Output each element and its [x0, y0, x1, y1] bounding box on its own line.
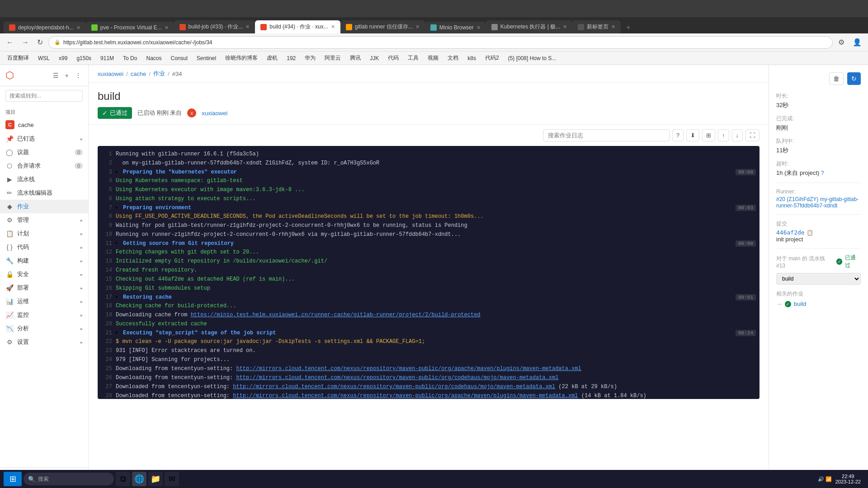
breadcrumb-xuxiaowei[interactable]: xuxiaowei	[98, 70, 123, 77]
sidebar-item-analytics[interactable]: 📉 分析 ▸	[0, 322, 88, 335]
taskbar-search[interactable]: 🔍 搜索	[24, 473, 114, 485]
sidebar-item-jobs[interactable]: ◆ 作业	[0, 200, 88, 213]
log-download-btn[interactable]: ⬇	[686, 129, 699, 141]
runner-link[interactable]: #20 (Z1GihFdZY) my-gitlab-gitlab-runner-…	[776, 196, 861, 209]
start-button[interactable]: ⊞	[4, 472, 22, 486]
sidebar-item-deploy[interactable]: 🚀 部署 ▸	[0, 281, 88, 295]
sidebar-item-security[interactable]: 🔒 安全 ▸	[0, 267, 88, 281]
sidebar-item-pipeline[interactable]: ▶ 流水线	[0, 173, 88, 186]
log-raw-btn[interactable]: ⊞	[702, 129, 715, 141]
bookmark-jjk[interactable]: JJK	[366, 54, 382, 63]
log-link[interactable]: http://mirrors.cloud.tencent.com/nexus/r…	[236, 375, 558, 381]
bookmark-sentinel[interactable]: Sentinel	[193, 54, 220, 63]
sidebar-item-mr[interactable]: ⬡ 合并请求 0	[0, 159, 88, 173]
bookmark-video[interactable]: 视频	[424, 53, 442, 63]
bookmark-code2[interactable]: 代码2	[481, 53, 503, 63]
tab-1[interactable]: deploy/dependabot-h... ✕	[4, 22, 86, 33]
tab-close-2[interactable]: ✕	[165, 25, 169, 31]
bookmark-baidu-fanyi[interactable]: 百度翻译	[4, 53, 33, 63]
sidebar-item-plan[interactable]: 📋 计划 ▸	[0, 227, 88, 240]
forward-button[interactable]: →	[19, 37, 32, 48]
sidebar-search-input[interactable]	[5, 90, 83, 102]
tab-close-5[interactable]: ✕	[415, 24, 420, 30]
copy-commit-btn[interactable]: 📋	[807, 230, 813, 236]
taskbar-mail[interactable]: ✉	[165, 472, 179, 486]
log-scroll-bottom-btn[interactable]: ↓	[732, 129, 743, 141]
log-scroll-top-btn[interactable]: ↑	[718, 129, 729, 141]
tab-3[interactable]: build-job (#33) · 作业... ✕	[174, 20, 255, 33]
tab-close-4[interactable]: ✕	[331, 24, 335, 30]
tab-close-6[interactable]: ✕	[476, 25, 481, 31]
tab-close-1[interactable]: ✕	[76, 25, 80, 31]
log-section-21[interactable]: 21 ▾ Executing "step_script" stage of th…	[98, 328, 760, 337]
tab-close-8[interactable]: ✕	[611, 24, 615, 30]
log-link[interactable]: http://mirrors.cloud.tencent.com/nexus/r…	[233, 384, 555, 390]
bookmark-docs[interactable]: 文档	[444, 53, 462, 63]
tab-5[interactable]: gitlab runner 信任缓存... ✕	[340, 20, 425, 33]
bookmark-x99[interactable]: x99	[55, 54, 71, 63]
bookmark-tencent[interactable]: 腾讯	[346, 53, 364, 63]
taskbar-explorer[interactable]: 📁	[148, 472, 163, 486]
log-help-btn[interactable]: ?	[672, 129, 684, 141]
bookmark-blog[interactable]: 徐晓伟的博客	[222, 53, 261, 63]
sidebar-item-settings[interactable]: ⚙ 设置 ▸	[0, 335, 88, 349]
sidebar-project-item[interactable]: C cache	[0, 117, 88, 132]
bookmark-wsl[interactable]: WSL	[34, 54, 53, 63]
profile-button[interactable]: 👤	[850, 36, 864, 48]
sidebar-item-code[interactable]: { } 代码 ▸	[0, 240, 88, 254]
log-content[interactable]: 1 Running with gitlab-runner 16.6.1 (f5d…	[98, 146, 760, 399]
tab-4[interactable]: build (#34) · 作业 · xux... ✕	[255, 20, 340, 33]
reload-button[interactable]: ↻	[34, 36, 46, 48]
log-link[interactable]: http://mirrors.cloud.tencent.com/nexus/r…	[236, 366, 581, 372]
breadcrumb-cache[interactable]: cache	[131, 70, 146, 77]
timeout-help-btn[interactable]: ?	[821, 170, 824, 176]
sidebar-new-btn[interactable]: +	[64, 70, 70, 80]
related-job-link[interactable]: build	[794, 300, 806, 307]
retry-job-btn[interactable]: ↻	[847, 72, 861, 85]
log-link[interactable]: http://mirrors.cloud.tencent.com/nexus/r…	[233, 393, 578, 399]
tab-8[interactable]: 新标签页 ✕	[572, 20, 621, 33]
taskbar-task-view[interactable]: ⧉	[116, 472, 130, 486]
commit-hash-link[interactable]: 446af2de	[776, 229, 805, 236]
sidebar-item-monitor[interactable]: 📈 监控 ▸	[0, 308, 88, 322]
log-section-11[interactable]: 11 ▾ Getting source from Git repository …	[98, 239, 760, 248]
bookmark-911m[interactable]: 911M	[97, 54, 118, 63]
bookmark-consul[interactable]: Consul	[167, 54, 191, 63]
tab-6[interactable]: Minio Browser ✕	[425, 22, 486, 33]
log-search-input[interactable]	[543, 129, 670, 141]
new-tab-button[interactable]: +	[623, 22, 634, 33]
tab-2[interactable]: pve - Proxmox Virtual E... ✕	[86, 22, 174, 33]
bookmark-huawei[interactable]: 华为	[301, 53, 319, 63]
sidebar-item-pipeline-editor[interactable]: ✏ 流水线编辑器	[0, 186, 88, 200]
log-section-7[interactable]: 7 ▾ Preparing environment 00:03	[98, 203, 760, 212]
author-name[interactable]: xuxiaowei	[202, 110, 227, 117]
sidebar-item-issues[interactable]: ◯ 议题 0	[0, 145, 88, 159]
sidebar-item-build[interactable]: 🔧 构建 ▸	[0, 254, 88, 267]
bookmark-vm[interactable]: 虚机	[263, 53, 281, 63]
log-section-17[interactable]: 17 ▾ Restoring cache 00:01	[98, 293, 760, 301]
log-section-3[interactable]: 3 ▾ Preparing the "kubernetes" executor …	[98, 168, 760, 176]
bookmark-nacos[interactable]: Nacos	[142, 54, 165, 63]
log-link[interactable]: https://minio.test.helm.xuxiaowei.cn/run…	[191, 312, 481, 318]
bookmark-192[interactable]: 192	[283, 54, 299, 63]
sidebar-toggle-btn[interactable]: ☰	[52, 70, 60, 80]
tab-7[interactable]: Kubernetes 执行器 | 极... ✕	[486, 20, 573, 33]
bookmark-todo[interactable]: To Do	[119, 54, 141, 63]
bookmark-g150s[interactable]: g150s	[73, 54, 95, 63]
tab-close-7[interactable]: ✕	[563, 24, 567, 30]
bookmark-code[interactable]: 代码	[384, 53, 402, 63]
taskbar-chrome[interactable]: 🌐	[132, 472, 146, 486]
sidebar-item-pinned[interactable]: 📌 已钉选 ▸	[0, 132, 88, 145]
bookmark-howto[interactable]: (5) [008] How to S...	[505, 54, 560, 63]
bookmark-tools[interactable]: 工具	[404, 53, 422, 63]
breadcrumb-jobs[interactable]: 作业	[153, 70, 165, 78]
delete-job-btn[interactable]: 🗑	[829, 72, 844, 85]
sidebar-item-ops[interactable]: 📊 运维 ▸	[0, 295, 88, 308]
gitlab-logo[interactable]: ⬡	[5, 70, 14, 81]
bookmark-aliyun[interactable]: 阿里云	[321, 53, 344, 63]
tab-close-3[interactable]: ✕	[245, 24, 250, 30]
job-select[interactable]: build	[776, 273, 861, 285]
extensions-button[interactable]: ⚙	[835, 36, 847, 48]
address-bar[interactable]: 🔒 https://gitlab.test.helm.xuxiaowei.cn/…	[48, 36, 833, 49]
log-fullscreen-btn[interactable]: ⛶	[745, 129, 760, 141]
